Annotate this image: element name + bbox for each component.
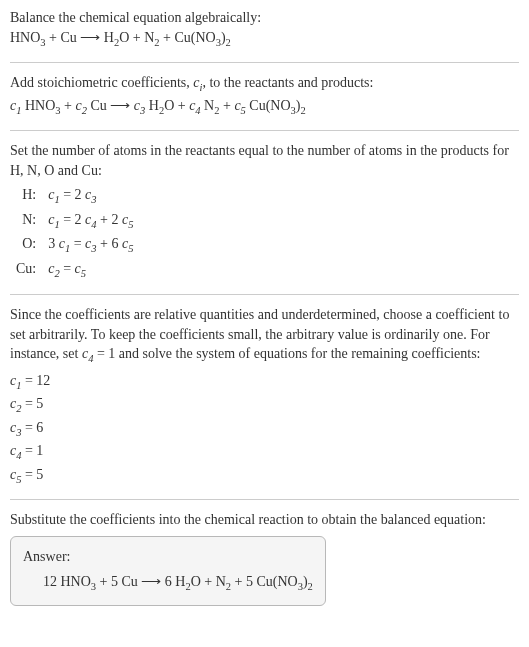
- var: c4: [85, 212, 96, 227]
- intro-section: Balance the chemical equation algebraica…: [10, 8, 519, 50]
- val: = 5: [21, 467, 43, 482]
- var: c5: [122, 236, 133, 251]
- var: c3: [10, 420, 21, 435]
- var: c5: [75, 261, 86, 276]
- vs: 3: [91, 194, 96, 205]
- var: c4: [82, 346, 93, 361]
- table-row: N: c1 = 2 c4 + 2 c5: [10, 209, 139, 233]
- mid: =: [60, 261, 75, 276]
- vs: 5: [81, 267, 86, 278]
- eq-part: H: [145, 98, 159, 113]
- stoich-text: Add stoichiometric coefficients, ci, to …: [10, 73, 519, 95]
- coef: c5: [234, 98, 245, 113]
- eq-part: Cu ⟶: [87, 98, 134, 113]
- choose-section: Since the coefficients are relative quan…: [10, 305, 519, 487]
- answer-equation: 12 HNO3 + 5 Cu ⟶ 6 H2O + N2 + 5 Cu(NO3)2: [23, 572, 313, 594]
- atoms-section: Set the number of atoms in the reactants…: [10, 141, 519, 282]
- vs: 5: [128, 219, 133, 230]
- mid: = 2: [60, 187, 85, 202]
- choose-text: Since the coefficients are relative quan…: [10, 305, 519, 367]
- element-label: O:: [10, 233, 42, 257]
- var: c2: [48, 261, 59, 276]
- eq-part: +: [61, 98, 76, 113]
- mid: =: [70, 236, 85, 251]
- extra: + 2: [97, 212, 122, 227]
- coef-line: c5 = 5: [10, 465, 519, 487]
- stoich-equation: c1 HNO3 + c2 Cu ⟶ c3 H2O + c4 N2 + c5 Cu…: [10, 96, 519, 118]
- coef-line: c4 = 1: [10, 441, 519, 463]
- eq-part: O + N: [191, 574, 226, 589]
- eq-part: + Cu ⟶ H: [46, 30, 114, 45]
- eq-sub: 2: [301, 104, 306, 115]
- coef: c4: [189, 98, 200, 113]
- var: c1: [59, 236, 70, 251]
- equation-cell: c1 = 2 c3: [42, 184, 139, 208]
- element-label: H:: [10, 184, 42, 208]
- var: c1: [10, 373, 21, 388]
- mid: = 2: [60, 212, 85, 227]
- vs: 5: [128, 243, 133, 254]
- eq-part: + Cu(NO: [160, 30, 216, 45]
- pre: 3: [48, 236, 59, 251]
- text-part: , to the reactants and products:: [202, 75, 373, 90]
- equation-cell: c1 = 2 c4 + 2 c5: [42, 209, 139, 233]
- extra: + 6: [97, 236, 122, 251]
- equation-cell: 3 c1 = c3 + 6 c5: [42, 233, 139, 257]
- element-label: N:: [10, 209, 42, 233]
- text-part: Add stoichiometric coefficients,: [10, 75, 193, 90]
- table-row: O: 3 c1 = c3 + 6 c5: [10, 233, 139, 257]
- divider: [10, 130, 519, 131]
- var: c4: [10, 443, 21, 458]
- equation-cell: c2 = c5: [42, 258, 139, 282]
- substitute-text: Substitute the coefficients into the che…: [10, 510, 519, 530]
- eq-part: N: [201, 98, 215, 113]
- table-row: H: c1 = 2 c3: [10, 184, 139, 208]
- eq-part: HNO: [10, 30, 40, 45]
- atoms-table: H: c1 = 2 c3 N: c1 = 2 c4 + 2 c5 O: 3 c1…: [10, 184, 139, 282]
- var: c1: [48, 212, 59, 227]
- val: = 1: [21, 443, 43, 458]
- var: c2: [10, 396, 21, 411]
- coef-line: c2 = 5: [10, 394, 519, 416]
- eq-part: +: [219, 98, 234, 113]
- eq-part: Cu(NO: [246, 98, 291, 113]
- var: c3: [85, 187, 96, 202]
- element-label: Cu:: [10, 258, 42, 282]
- eq-sub: 2: [308, 581, 313, 592]
- val: = 5: [21, 396, 43, 411]
- substitute-section: Substitute the coefficients into the che…: [10, 510, 519, 606]
- stoich-section: Add stoichiometric coefficients, ci, to …: [10, 73, 519, 118]
- eq-part: + 5 Cu ⟶ 6 H: [96, 574, 185, 589]
- text-part: = 1 and solve the system of equations fo…: [93, 346, 480, 361]
- divider: [10, 294, 519, 295]
- intro-text: Balance the chemical equation algebraica…: [10, 8, 519, 28]
- eq-part: O +: [164, 98, 189, 113]
- atoms-intro: Set the number of atoms in the reactants…: [10, 141, 519, 180]
- divider: [10, 62, 519, 63]
- var: c3: [85, 236, 96, 251]
- val: = 6: [21, 420, 43, 435]
- coef-line: c3 = 6: [10, 418, 519, 440]
- divider: [10, 499, 519, 500]
- coef: c3: [134, 98, 145, 113]
- coefficient-list: c1 = 12 c2 = 5 c3 = 6 c4 = 1 c5 = 5: [10, 371, 519, 487]
- answer-box: Answer: 12 HNO3 + 5 Cu ⟶ 6 H2O + N2 + 5 …: [10, 536, 326, 606]
- eq-part: 12 HNO: [43, 574, 91, 589]
- answer-label: Answer:: [23, 547, 313, 567]
- var: c5: [10, 467, 21, 482]
- eq-sub: 2: [226, 36, 231, 47]
- coef-line: c1 = 12: [10, 371, 519, 393]
- table-row: Cu: c2 = c5: [10, 258, 139, 282]
- var: c5: [122, 212, 133, 227]
- eq-part: HNO: [21, 98, 55, 113]
- intro-equation: HNO3 + Cu ⟶ H2O + N2 + Cu(NO3)2: [10, 28, 519, 50]
- eq-part: + 5 Cu(NO: [231, 574, 298, 589]
- coef: c2: [75, 98, 86, 113]
- eq-part: O + N: [119, 30, 154, 45]
- var: c1: [48, 187, 59, 202]
- coef: c1: [10, 98, 21, 113]
- val: = 12: [21, 373, 50, 388]
